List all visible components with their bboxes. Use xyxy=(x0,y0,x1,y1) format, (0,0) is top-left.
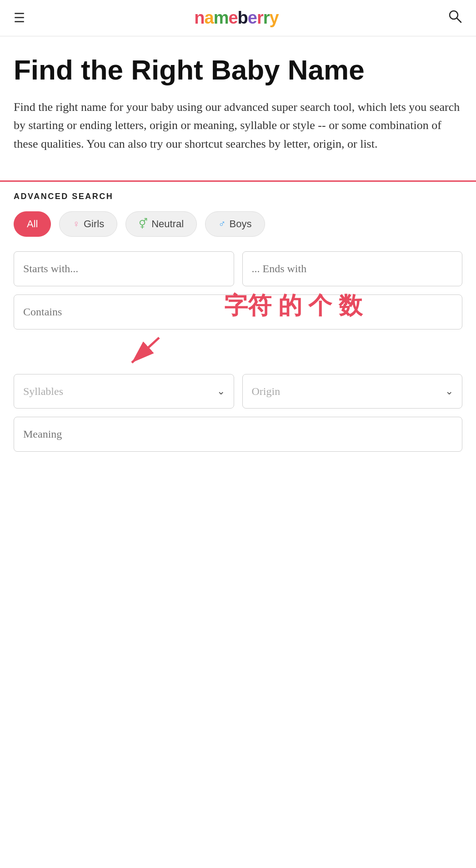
header: ☰ nameberry xyxy=(0,0,476,36)
origin-wrapper: Origin English Latin Greek French Hebrew… xyxy=(242,374,463,409)
neutral-icon: ⚥ xyxy=(139,218,148,230)
menu-icon[interactable]: ☰ xyxy=(14,12,25,25)
gender-button-girls[interactable]: ♀ Girls xyxy=(59,211,117,237)
logo-letter-e: e xyxy=(228,8,237,27)
search-icon[interactable] xyxy=(448,9,462,27)
syllables-wrapper: Syllables 1 2 3 4 5+ ⌄ xyxy=(14,374,234,409)
gender-button-all[interactable]: All xyxy=(14,211,51,237)
girls-label: Girls xyxy=(84,218,104,230)
logo-letter-b: b xyxy=(238,8,248,27)
male-icon: ♂ xyxy=(218,218,226,230)
all-label: All xyxy=(27,218,38,230)
annotation-arrow-svg xyxy=(123,333,177,369)
hero-section: Find the Right Baby Name Find the right … xyxy=(0,36,476,162)
boys-label: Boys xyxy=(230,218,252,230)
hero-description: Find the right name for your baby using … xyxy=(14,98,462,153)
meaning-input[interactable] xyxy=(14,417,462,452)
logo-letter-m: m xyxy=(214,8,229,27)
site-logo[interactable]: nameberry xyxy=(194,8,278,28)
female-icon: ♀ xyxy=(72,218,80,230)
logo-letter-e2: e xyxy=(248,8,257,27)
page-title: Find the Right Baby Name xyxy=(14,55,462,85)
starts-ends-row xyxy=(14,251,462,286)
advanced-search-label: ADVANCED SEARCH xyxy=(14,182,462,211)
logo-letter-y: y xyxy=(270,8,279,27)
origin-select[interactable]: Origin English Latin Greek French Hebrew xyxy=(242,374,463,409)
logo-letter-r2: r xyxy=(263,8,270,27)
svg-line-1 xyxy=(457,18,461,22)
logo-letter-n: n xyxy=(194,8,204,27)
syllables-origin-row: Syllables 1 2 3 4 5+ ⌄ Origin English La… xyxy=(14,374,462,409)
logo-letter-a: a xyxy=(205,8,214,27)
gender-filter-group: All ♀ Girls ⚥ Neutral ♂ Boys xyxy=(14,211,462,237)
annotation-arrow-container xyxy=(14,338,462,374)
svg-line-3 xyxy=(132,338,159,363)
syllables-select[interactable]: Syllables 1 2 3 4 5+ xyxy=(14,374,234,409)
contains-row-annotated: 字符 的 个 数 xyxy=(14,294,462,329)
advanced-search-section: ADVANCED SEARCH All ♀ Girls ⚥ Neutral ♂ … xyxy=(0,182,476,478)
ends-with-input[interactable] xyxy=(242,251,463,286)
hamburger-icon: ☰ xyxy=(14,11,25,25)
gender-button-boys[interactable]: ♂ Boys xyxy=(205,211,265,237)
gender-button-neutral[interactable]: ⚥ Neutral xyxy=(125,211,197,237)
logo-letter-r: r xyxy=(257,8,263,27)
starts-with-input[interactable] xyxy=(14,251,234,286)
contains-input[interactable] xyxy=(14,294,462,329)
neutral-label: Neutral xyxy=(151,218,184,230)
